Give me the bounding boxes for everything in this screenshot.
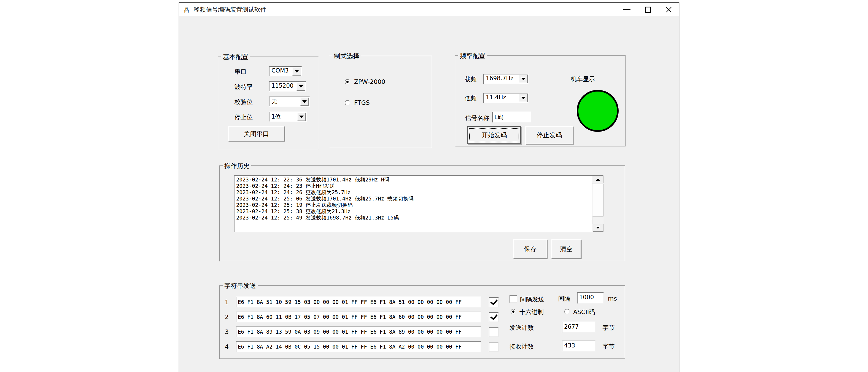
history-log: 2023-02-24 12: 22: 36 发送载频1701.4Hz 低频29H… [236,176,590,231]
chevron-down-icon [302,101,307,103]
radio-hex[interactable] [510,309,516,314]
carrier-freq-value: 1698.7Hz [486,75,514,82]
log-line: 2023-02-24 12: 24: 23 停止H码发送 [236,183,590,189]
log-line: 2023-02-24 12: 25: 38 更改低频为21.3Hz [236,208,590,214]
group-mode-select-title: 制式选择 [332,52,361,60]
history-scrollbar[interactable] [592,176,603,232]
interval-unit-label: ms [608,295,617,302]
carrier-freq-combobox[interactable]: 1698.7Hz [483,74,528,84]
log-line: 2023-02-24 12: 25: 49 发送载频1698.7Hz 低频21.… [236,214,590,221]
send-string-input-1[interactable]: E6 F1 8A 51 10 59 15 03 00 00 00 01 FF F… [236,297,481,308]
interval-send-checkbox[interactable] [509,295,517,303]
carrier-freq-label: 载频 [465,75,477,84]
baud-rate-label: 波特率 [235,83,253,91]
stop-bits-label: 停止位 [235,113,253,121]
radio-zpw2000[interactable] [345,79,350,85]
log-line: 2023-02-24 12: 25: 19 停止发送载频切换码 [236,202,590,208]
loco-display-label: 机车显示 [571,75,595,83]
signal-name-input[interactable]: L码 [492,112,531,123]
log-line: 2023-02-24 12: 22: 36 发送载频1701.4Hz 低频29H… [236,176,590,183]
recv-count-label: 接收计数 [509,343,534,351]
interval-input[interactable]: 1000 [577,292,604,304]
close-serial-button[interactable]: 关闭串口 [228,126,285,141]
scroll-up-button[interactable] [592,176,603,183]
minimize-icon [623,9,630,10]
low-freq-combobox[interactable]: 11.4Hz [483,93,528,103]
recv-count-unit-label: 字节 [602,343,615,351]
title-bar: 移频信号编码装置测试软件 [179,3,679,16]
maximize-icon [645,7,651,13]
radio-ascii-label: ASCII码 [573,308,595,316]
stop-bits-dropdown-button[interactable] [297,113,306,121]
parity-label: 校验位 [235,98,253,106]
chevron-down-icon [521,78,526,80]
chevron-down-icon [521,97,526,99]
serial-port-label: 串口 [235,67,247,76]
client-area: 基本配置 串口 COM3 波特率 115200 校验位 无 停止位 1位 [179,16,680,372]
send-count-label: 发送计数 [509,324,534,332]
close-icon [665,6,672,13]
serial-port-combobox[interactable]: COM3 [269,66,302,76]
app-window: 移频信号编码装置测试软件 基本配置 串口 COM3 波特率 115200 [179,2,680,372]
chevron-down-icon [299,116,304,118]
carrier-freq-dropdown-button[interactable] [519,75,528,83]
loco-signal-indicator [577,90,619,132]
stop-bits-combobox[interactable]: 1位 [269,112,307,122]
start-coding-button[interactable]: 开始发码 [467,126,521,144]
stop-bits-value: 1位 [272,113,281,120]
send-row-number: 1 [222,299,231,306]
signal-name-label: 信号名称 [465,114,489,122]
scrollbar-thumb[interactable] [592,184,603,217]
group-basic-config-title: 基本配置 [221,53,250,61]
baud-rate-value: 115200 [272,82,293,89]
send-row-checkbox-1[interactable] [489,297,499,307]
low-freq-value: 11.4Hz [486,94,506,101]
log-line: 2023-02-24 12: 25: 06 发送载频1701.4Hz 低频25.… [236,196,590,202]
send-string-input-2[interactable]: E6 F1 8A 60 11 0B 17 05 07 00 00 01 FF F… [236,312,481,323]
serial-port-value: COM3 [272,67,289,74]
close-button[interactable] [660,3,678,16]
minimize-button[interactable] [618,3,636,16]
recv-count-input[interactable]: 433 [562,341,595,351]
send-row-checkbox-4[interactable] [489,342,499,352]
baud-rate-dropdown-button[interactable] [297,82,305,91]
log-line: 2023-02-24 12: 24: 26 更改低频为25.7Hz [236,189,590,196]
send-string-input-3[interactable]: E6 F1 8A 89 13 59 0A 03 09 00 00 01 FF F… [236,326,481,338]
group-history-title: 操作历史 [223,162,251,170]
scroll-down-button[interactable] [592,224,603,232]
send-count-input[interactable]: 2677 [562,322,595,333]
interval-label: 间隔 [558,294,570,303]
send-row-checkbox-2[interactable] [489,312,499,322]
parity-combobox[interactable]: 无 [269,96,310,107]
radio-ftgs[interactable] [345,100,350,106]
low-freq-dropdown-button[interactable] [519,94,528,102]
scroll-down-icon [596,227,600,229]
window-title: 移频信号编码装置测试软件 [194,3,267,16]
serial-port-dropdown-button[interactable] [292,67,301,76]
radio-ascii[interactable] [564,309,570,314]
history-listbox[interactable]: 2023-02-24 12: 22: 36 发送载频1701.4Hz 低频29H… [234,175,604,232]
parity-dropdown-button[interactable] [300,97,309,106]
chevron-down-icon [294,70,299,73]
stop-coding-button[interactable]: 停止发码 [525,126,574,144]
radio-ftgs-label: FTGS [354,99,370,106]
group-freq-config-title: 频率配置 [458,52,487,60]
send-row-number: 3 [222,328,231,335]
send-string-input-4[interactable]: E6 F1 8A A2 14 0B 0C 05 15 00 00 01 FF F… [236,341,481,352]
baud-rate-combobox[interactable]: 115200 [269,81,306,91]
radio-zpw2000-label: ZPW-2000 [354,78,385,85]
clear-history-button[interactable]: 清空 [551,239,581,259]
send-row-checkbox-3[interactable] [489,327,499,337]
radio-hex-label: 十六进制 [520,308,544,316]
scroll-up-icon [596,178,600,181]
send-count-unit-label: 字节 [602,324,615,332]
app-icon [183,6,190,13]
parity-value: 无 [272,97,277,105]
maximize-button[interactable] [639,3,657,16]
chevron-down-icon [299,85,303,88]
group-string-send-title: 字符串发送 [223,282,258,290]
low-freq-label: 低频 [465,94,477,103]
send-row-number: 2 [222,314,231,320]
send-row-number: 4 [222,343,231,350]
save-history-button[interactable]: 保存 [514,239,547,259]
